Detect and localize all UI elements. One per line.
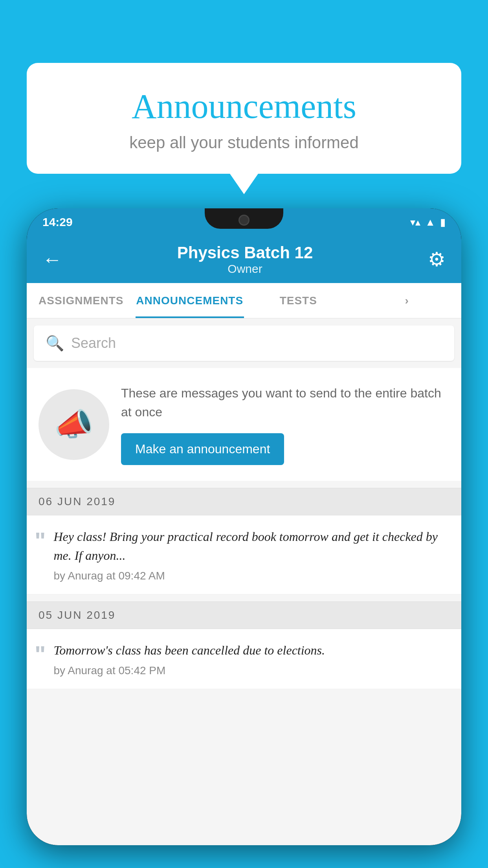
- message-author-2: by Anurag at 05:42 PM: [53, 664, 449, 677]
- megaphone-icon: 📣: [54, 406, 94, 443]
- date-divider-1: 06 JUN 2019: [27, 488, 461, 515]
- wifi-icon: ▾▴: [410, 216, 420, 228]
- tab-more[interactable]: ›: [353, 283, 462, 318]
- status-time: 14:29: [42, 215, 73, 229]
- message-text-2: Tomorrow's class has been cancelled due …: [53, 641, 449, 660]
- announcement-item-1[interactable]: " Hey class! Bring your practical record…: [27, 515, 461, 594]
- message-text-1: Hey class! Bring your practical record b…: [53, 527, 449, 565]
- announcement-intro-description: These are messages you want to send to t…: [121, 384, 449, 421]
- back-button[interactable]: ←: [42, 248, 62, 271]
- phone-container: 14:29 ▾▴ ▲ ▮ ← Physics Batch 12 Owner ⚙: [27, 208, 461, 868]
- battery-icon: ▮: [440, 216, 446, 228]
- announcement-icon-circle: 📣: [39, 389, 109, 460]
- search-placeholder-text: Search: [71, 335, 116, 351]
- tab-assignments[interactable]: ASSIGNMENTS: [27, 283, 136, 318]
- app-bar: ← Physics Batch 12 Owner ⚙: [27, 236, 461, 283]
- bubble-subtitle: keep all your students informed: [46, 133, 442, 152]
- app-bar-title: Physics Batch 12: [177, 243, 313, 262]
- message-content-2: Tomorrow's class has been cancelled due …: [53, 641, 449, 677]
- phone-notch: [205, 208, 283, 229]
- speech-bubble-container: Announcements keep all your students inf…: [27, 63, 461, 174]
- phone-screen: 14:29 ▾▴ ▲ ▮ ← Physics Batch 12 Owner ⚙: [27, 208, 461, 845]
- camera-notch: [238, 215, 250, 226]
- app-bar-center: Physics Batch 12 Owner: [177, 243, 313, 276]
- message-author-1: by Anurag at 09:42 AM: [53, 570, 449, 582]
- make-announcement-button[interactable]: Make an announcement: [121, 433, 284, 465]
- search-icon: 🔍: [46, 335, 64, 352]
- phone-body: 14:29 ▾▴ ▲ ▮ ← Physics Batch 12 Owner ⚙: [27, 208, 461, 845]
- signal-icon: ▲: [425, 216, 435, 228]
- status-icons: ▾▴ ▲ ▮: [410, 216, 446, 228]
- announcement-item-2[interactable]: " Tomorrow's class has been cancelled du…: [27, 629, 461, 689]
- date-divider-2: 05 JUN 2019: [27, 601, 461, 629]
- bubble-title: Announcements: [46, 86, 442, 126]
- screen-content: 🔍 Search 📣 These are messages you want t…: [27, 318, 461, 845]
- announcement-intro-right: These are messages you want to send to t…: [121, 384, 449, 465]
- gear-icon[interactable]: ⚙: [428, 248, 446, 271]
- quote-icon-2: ": [35, 643, 46, 666]
- app-bar-subtitle: Owner: [177, 262, 313, 276]
- message-content-1: Hey class! Bring your practical record b…: [53, 527, 449, 582]
- quote-icon-1: ": [35, 529, 46, 553]
- search-bar[interactable]: 🔍 Search: [34, 326, 454, 361]
- speech-bubble: Announcements keep all your students inf…: [27, 63, 461, 174]
- tab-tests[interactable]: TESTS: [244, 283, 353, 318]
- announcement-intro-card: 📣 These are messages you want to send to…: [27, 368, 461, 481]
- tab-announcements[interactable]: ANNOUNCEMENTS: [136, 283, 244, 318]
- tabs-bar: ASSIGNMENTS ANNOUNCEMENTS TESTS ›: [27, 283, 461, 318]
